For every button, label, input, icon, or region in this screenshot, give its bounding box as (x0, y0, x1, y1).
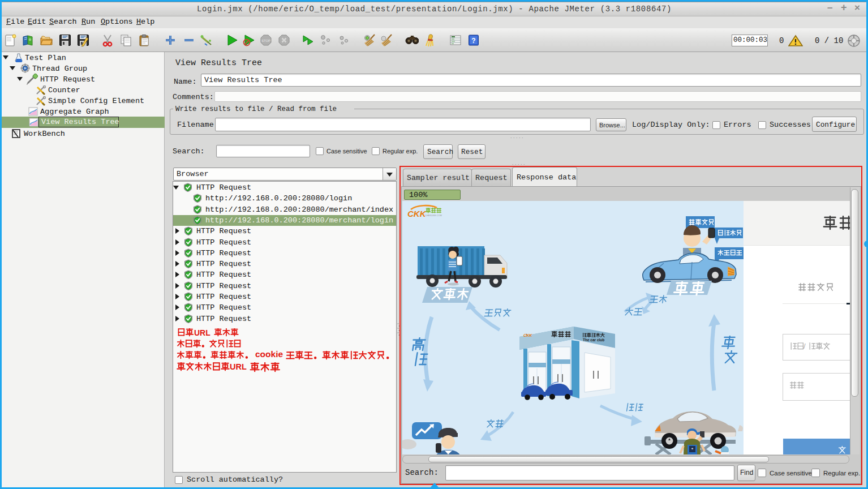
svg-text:CKK: CKK (407, 209, 427, 218)
svg-text:*: * (691, 447, 694, 452)
svg-text:?: ? (471, 37, 475, 45)
svg-text:STOP: STOP (261, 39, 270, 42)
